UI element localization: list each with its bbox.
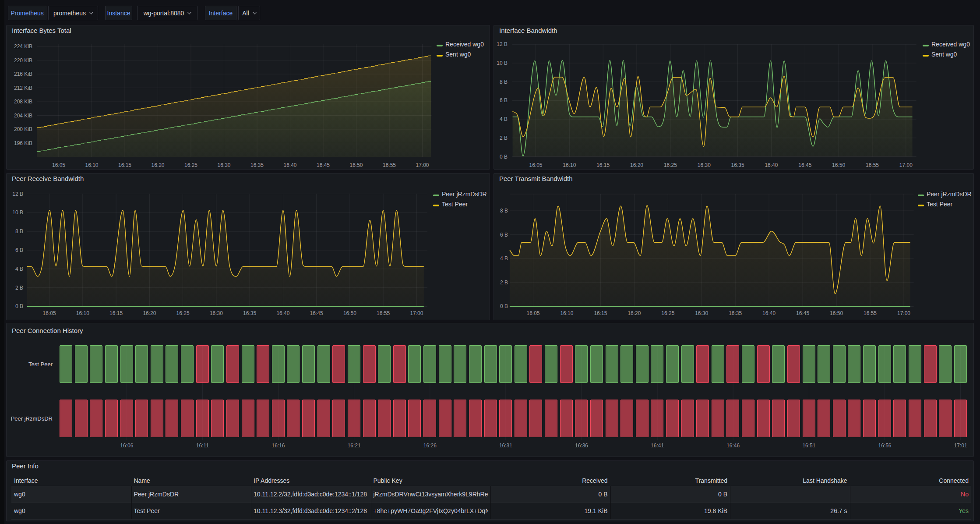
svg-text:16:35: 16:35 <box>729 310 742 316</box>
svg-text:6 B: 6 B <box>15 247 23 253</box>
svg-text:2 B: 2 B <box>15 285 23 291</box>
svg-text:16:15: 16:15 <box>594 310 607 316</box>
svg-text:2 B: 2 B <box>500 280 508 286</box>
svg-text:16:10: 16:10 <box>85 162 98 168</box>
svg-text:16:40: 16:40 <box>276 310 289 316</box>
svg-text:0 B: 0 B <box>15 303 23 309</box>
svg-text:17:00: 17:00 <box>897 310 910 316</box>
svg-text:10 B: 10 B <box>12 209 23 216</box>
svg-text:224 KiB: 224 KiB <box>14 43 32 50</box>
svg-text:16:20: 16:20 <box>151 162 164 168</box>
svg-text:8 B: 8 B <box>500 208 508 214</box>
svg-text:16:30: 16:30 <box>210 310 223 316</box>
svg-text:216 KiB: 216 KiB <box>14 71 32 77</box>
svg-text:17:00: 17:00 <box>899 162 913 168</box>
svg-text:12 B: 12 B <box>497 41 508 47</box>
svg-text:16:35: 16:35 <box>250 162 264 168</box>
svg-text:6 B: 6 B <box>500 232 508 238</box>
svg-text:16:25: 16:25 <box>664 162 677 168</box>
svg-text:16:20: 16:20 <box>143 310 156 316</box>
svg-text:16:40: 16:40 <box>762 310 776 316</box>
svg-text:0 B: 0 B <box>500 154 508 160</box>
svg-text:16:55: 16:55 <box>866 162 879 168</box>
svg-text:16:25: 16:25 <box>176 310 190 316</box>
svg-text:204 KiB: 204 KiB <box>14 113 32 119</box>
svg-text:16:10: 16:10 <box>563 162 576 168</box>
svg-text:16:50: 16:50 <box>830 310 843 316</box>
svg-text:10 B: 10 B <box>497 60 508 66</box>
svg-text:16:15: 16:15 <box>118 162 131 168</box>
svg-text:17:00: 17:00 <box>416 162 429 168</box>
svg-text:16:20: 16:20 <box>630 162 643 168</box>
svg-text:16:45: 16:45 <box>317 162 330 168</box>
svg-text:16:50: 16:50 <box>343 310 356 316</box>
svg-text:16:55: 16:55 <box>377 310 390 316</box>
svg-text:16:05: 16:05 <box>52 162 65 168</box>
svg-text:208 KiB: 208 KiB <box>14 99 32 105</box>
svg-text:16:20: 16:20 <box>627 310 641 316</box>
svg-text:16:45: 16:45 <box>798 162 811 168</box>
svg-text:16:50: 16:50 <box>832 162 845 168</box>
svg-text:16:10: 16:10 <box>560 310 573 316</box>
svg-text:16:35: 16:35 <box>731 162 744 168</box>
svg-text:4 B: 4 B <box>500 255 508 262</box>
svg-text:16:25: 16:25 <box>661 310 674 316</box>
svg-text:16:35: 16:35 <box>243 310 256 316</box>
svg-text:16:10: 16:10 <box>76 310 89 316</box>
svg-text:4 B: 4 B <box>15 266 23 272</box>
svg-text:16:55: 16:55 <box>864 310 877 316</box>
svg-text:196 KiB: 196 KiB <box>14 140 32 146</box>
svg-text:16:05: 16:05 <box>43 310 56 316</box>
svg-text:16:15: 16:15 <box>109 310 123 316</box>
svg-text:16:25: 16:25 <box>184 162 197 168</box>
svg-text:16:05: 16:05 <box>526 310 539 316</box>
svg-text:8 B: 8 B <box>15 228 23 234</box>
svg-text:8 B: 8 B <box>500 79 508 85</box>
svg-text:16:50: 16:50 <box>349 162 363 168</box>
svg-text:6 B: 6 B <box>500 97 508 103</box>
svg-text:12 B: 12 B <box>12 191 23 197</box>
svg-text:16:30: 16:30 <box>217 162 230 168</box>
svg-text:0 B: 0 B <box>500 303 508 309</box>
svg-text:16:40: 16:40 <box>765 162 778 168</box>
svg-text:16:30: 16:30 <box>698 162 711 168</box>
svg-text:16:45: 16:45 <box>796 310 809 316</box>
svg-text:212 KiB: 212 KiB <box>14 85 32 91</box>
svg-text:17:00: 17:00 <box>410 310 423 316</box>
svg-text:16:05: 16:05 <box>529 162 542 168</box>
svg-text:16:15: 16:15 <box>596 162 610 168</box>
svg-text:4 B: 4 B <box>500 116 508 122</box>
svg-text:16:40: 16:40 <box>283 162 296 168</box>
svg-text:16:45: 16:45 <box>310 310 323 316</box>
svg-text:2 B: 2 B <box>500 135 508 141</box>
svg-text:16:55: 16:55 <box>383 162 396 168</box>
svg-text:200 KiB: 200 KiB <box>14 126 32 132</box>
svg-text:16:30: 16:30 <box>695 310 708 316</box>
svg-text:220 KiB: 220 KiB <box>14 57 32 64</box>
